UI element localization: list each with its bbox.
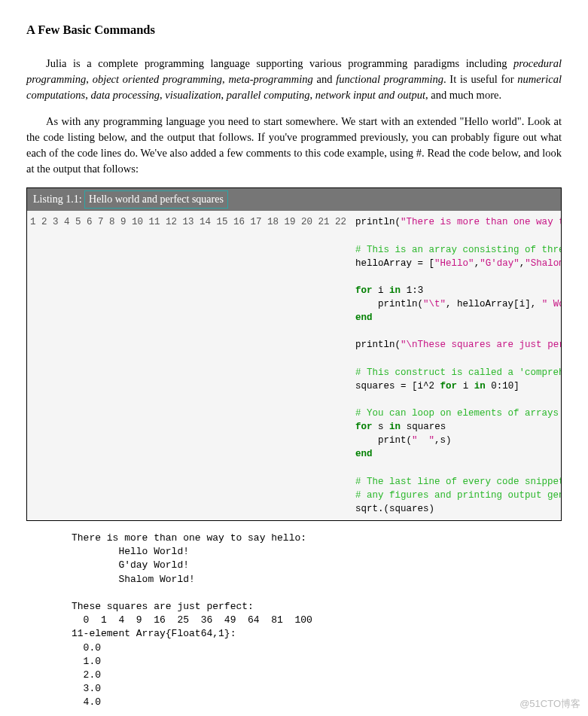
l16d: squares <box>401 422 446 432</box>
p1-i7: parallel computing <box>227 89 310 101</box>
p1-t1: , <box>86 73 92 85</box>
p1-t7: , <box>221 89 226 101</box>
paragraph-1: Julia is a complete programming language… <box>26 56 562 103</box>
code-content: println("There is more than one way to s… <box>352 211 561 520</box>
l13a: squares = [i^2 <box>355 381 440 392</box>
output-block: There is more than one way to say hello:… <box>72 532 562 709</box>
l21: # any figures and printing output genera… <box>355 490 561 501</box>
l6a: for <box>355 285 373 296</box>
l13b: for <box>440 381 458 392</box>
l7c: , helloArray[i], <box>446 299 542 309</box>
l17b: " " <box>412 435 434 446</box>
p1-t2: , <box>222 73 228 85</box>
l3: # This is an array consisting of three s… <box>355 245 561 255</box>
l4b: "Hello" <box>434 258 474 269</box>
l7d: " World!" <box>542 299 561 309</box>
p1-t9: , and much more. <box>425 89 501 101</box>
l10a: println( <box>355 340 401 350</box>
l4c: , <box>474 258 480 269</box>
l6d: 1:3 <box>401 285 423 296</box>
l1b: "There is more than one way to say hello… <box>401 217 561 227</box>
p1-i1: object oriented programming <box>93 73 222 85</box>
l17a: print( <box>355 435 412 446</box>
l17c: ,s) <box>434 435 452 446</box>
l16b: s <box>373 422 390 432</box>
l18: end <box>355 449 373 459</box>
l13d: in <box>474 381 486 392</box>
l22: sqrt.(squares) <box>355 504 434 514</box>
p1-i8: network input and output <box>315 89 425 101</box>
l7a: println( <box>355 299 423 309</box>
p1-i5: data processing <box>90 89 160 101</box>
l1a: println( <box>355 217 401 227</box>
l7b: "\t" <box>423 299 446 309</box>
p1-t4: . It is useful for <box>443 73 517 85</box>
l13e: 0:10] <box>486 381 519 392</box>
p1-t8: , <box>309 89 315 101</box>
l6b: i <box>373 285 390 296</box>
p1-i3: functional programming <box>336 73 443 85</box>
code-listing: Listing 1.1: Hello world and perfect squ… <box>26 187 562 521</box>
p1-i6: visualization <box>165 89 221 101</box>
listing-label: Listing 1.1: <box>33 193 84 205</box>
p1-t3: and <box>313 73 336 85</box>
watermark: @51CTO博客 <box>519 697 580 711</box>
code-body: 1 2 3 4 5 6 7 8 9 10 11 12 13 14 15 16 1… <box>27 211 561 520</box>
l12: # This construct is called a 'comprehens… <box>355 367 561 378</box>
l4d: "G'day" <box>480 258 519 269</box>
paragraph-2: As with any programming language you nee… <box>26 114 562 177</box>
l16a: for <box>355 422 373 432</box>
listing-header: Listing 1.1: Hello world and perfect squ… <box>27 188 561 211</box>
listing-title: Hello world and perfect squares <box>84 190 228 209</box>
l15: # You can loop on elements of arrays wit… <box>355 408 561 419</box>
line-numbers: 1 2 3 4 5 6 7 8 9 10 11 12 13 14 15 16 1… <box>27 211 352 520</box>
l6c: in <box>389 285 401 296</box>
section-heading: A Few Basic Commands <box>26 21 562 39</box>
l13c: i <box>457 381 474 392</box>
l10b: "\nThese squares are just perfect:" <box>401 340 561 350</box>
l16c: in <box>389 422 401 432</box>
l20: # The last line of every code snippet is… <box>355 477 561 487</box>
p1-i2: meta-programming <box>229 73 313 85</box>
l4f: "Shalom" <box>525 258 561 269</box>
l4a: helloArray = [ <box>355 258 434 269</box>
l8: end <box>355 312 373 323</box>
p1-t0: Julia is a complete programming language… <box>46 57 513 69</box>
